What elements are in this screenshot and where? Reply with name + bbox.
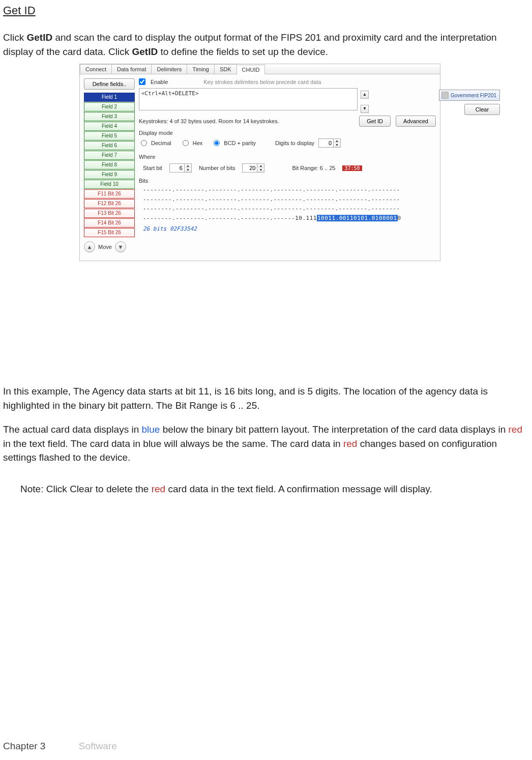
field-button-10[interactable]: Field 10 [84, 180, 135, 189]
field-button-6[interactable]: Field 6 [84, 141, 135, 150]
enable-checkbox[interactable] [139, 78, 145, 85]
p3-red1: red [509, 424, 522, 435]
bitrange-red-badge: 37:50 [342, 165, 362, 171]
field-button-5[interactable]: Field 5 [84, 131, 135, 140]
field-button-1[interactable]: Field 1 [84, 93, 135, 102]
bits-block: --------.--------.--------.--------.----… [139, 185, 436, 223]
p3-c: below the binary bit pattern layout. The… [160, 424, 508, 435]
field-button-f12[interactable]: F12 Bit 26 [84, 199, 135, 208]
keystroke-value: <Ctrl+Alt+DELETE> [141, 90, 355, 97]
tab-chuid[interactable]: CHUID [237, 65, 265, 74]
startbit-label: Start bit [143, 165, 162, 171]
numbits-value[interactable] [243, 165, 257, 171]
digits-label: Digits to display [275, 140, 314, 146]
government-icon [441, 92, 449, 99]
numbits-spinner[interactable]: ▲▼ [242, 163, 264, 173]
hint-label: Key strokes delimiters below precede car… [203, 79, 321, 85]
tab-data-format[interactable]: Data format [111, 64, 152, 74]
scroll-down-icon[interactable]: ▼ [361, 105, 369, 113]
field-button-4[interactable]: Field 4 [84, 122, 135, 131]
note-red: red [152, 484, 165, 494]
intro-bold-2: GetID [132, 46, 158, 57]
status-text: Keystrokes: 4 of 32 bytes used. Room for… [139, 118, 279, 124]
display-mode-label: Display mode [139, 130, 436, 136]
intro-e: to define the fields to set up the devic… [158, 46, 328, 57]
bits-line-1: --------.--------.--------.--------.----… [143, 185, 436, 195]
define-fields-button[interactable]: Define fields.. [84, 78, 135, 90]
up-icon[interactable]: ▲ [333, 139, 340, 143]
tab-bar: Connect Data format Delimiters Timing SD… [80, 64, 440, 74]
clear-button[interactable]: Clear [464, 104, 500, 115]
down-icon[interactable]: ▼ [333, 143, 340, 147]
intro-bold-1: GetID [26, 32, 52, 43]
bits4-post: 0 [398, 215, 401, 221]
down-icon[interactable]: ▼ [257, 168, 264, 172]
where-label: Where [139, 154, 436, 160]
p3-red2: red [343, 438, 357, 449]
footer-chapter: Chapter 3 [3, 741, 45, 751]
section-title: Get ID [3, 4, 529, 17]
example-paragraph: In this example, The Agency data starts … [3, 384, 529, 412]
enable-label: Enable [151, 79, 168, 85]
interpretation-line: 26 bits 02F33542 [139, 226, 436, 232]
field-button-8[interactable]: Field 8 [84, 160, 135, 170]
bits-line-3: --------.--------.--------.--------.----… [143, 204, 436, 214]
radio-bcd-label: BCD + parity [224, 140, 256, 146]
move-label: Move [98, 244, 112, 250]
screenshot-panel: Connect Data format Delimiters Timing SD… [79, 64, 440, 261]
down-icon[interactable]: ▼ [184, 168, 191, 172]
p3-blue: blue [142, 424, 160, 435]
field-button-9[interactable]: Field 9 [84, 170, 135, 179]
radio-bcd[interactable] [214, 140, 220, 146]
tab-sdk[interactable]: SDK [214, 64, 237, 74]
bits4-pre: --------.--------.--------.--------.----… [143, 215, 317, 221]
keystroke-textbox[interactable]: <Ctrl+Alt+DELETE> [139, 88, 358, 110]
advanced-button[interactable]: Advanced [396, 116, 436, 127]
scroll-up-icon[interactable]: ▲ [361, 91, 369, 99]
move-down-button[interactable]: ▼ [115, 241, 126, 252]
move-up-button[interactable]: ▲ [84, 241, 95, 252]
government-fips-button[interactable]: Government FIP201 [439, 90, 500, 101]
digits-spinner[interactable]: ▲▼ [318, 138, 341, 148]
intro-paragraph: Click GetID and scan the card to display… [3, 31, 529, 59]
note-paragraph: Note: Click Clear to delete the red card… [20, 482, 529, 496]
startbit-spinner[interactable]: ▲▼ [169, 163, 192, 173]
page-footer: Chapter 3 Software [3, 741, 117, 752]
radio-decimal[interactable] [141, 140, 147, 146]
bits-label: Bits [139, 178, 436, 184]
tab-connect[interactable]: Connect [80, 64, 112, 74]
numbits-label: Number of bits [199, 165, 235, 171]
up-icon[interactable]: ▲ [257, 164, 264, 168]
bitrange-label: Bit Range: 6 .. 25 [292, 165, 335, 171]
footer-title: Software [79, 741, 117, 751]
radio-decimal-label: Decimal [151, 140, 171, 146]
field-button-f11[interactable]: F11 Bit 26 [84, 189, 135, 199]
digits-value[interactable] [319, 140, 333, 146]
field-button-3[interactable]: Field 3 [84, 112, 135, 121]
intro-a: Click [3, 32, 26, 43]
p3-a: The actual card data displays in [3, 424, 142, 435]
radio-hex-label: Hex [193, 140, 203, 146]
tab-delimiters[interactable]: Delimiters [151, 64, 187, 74]
bits-line-2: --------.--------.--------.--------.----… [143, 195, 436, 205]
field-button-f13[interactable]: F13 Bit 26 [84, 209, 135, 218]
startbit-value[interactable] [170, 165, 184, 171]
tab-timing[interactable]: Timing [187, 64, 215, 74]
note-a: Note: Click Clear to delete the [20, 484, 152, 494]
field-button-2[interactable]: Field 2 [84, 102, 135, 111]
field-button-f14[interactable]: F14 Bit 26 [84, 218, 135, 228]
field-button-f15[interactable]: F15 Bit 26 [84, 228, 135, 237]
p3-e: in the text field. The card data in blue… [3, 438, 343, 449]
getid-button[interactable]: Get ID [359, 116, 391, 127]
note-c: card data in the text field. A confirmat… [165, 484, 432, 494]
up-icon[interactable]: ▲ [184, 164, 191, 168]
color-explain-paragraph: The actual card data displays in blue be… [3, 423, 529, 465]
bits-line-4: --------.--------.--------.--------.----… [143, 214, 436, 223]
field-button-7[interactable]: Field 7 [84, 151, 135, 160]
bits4-highlight: 10011.00110101.0100001 [317, 215, 398, 221]
government-label: Government FIP201 [451, 93, 496, 98]
radio-hex[interactable] [183, 140, 189, 146]
